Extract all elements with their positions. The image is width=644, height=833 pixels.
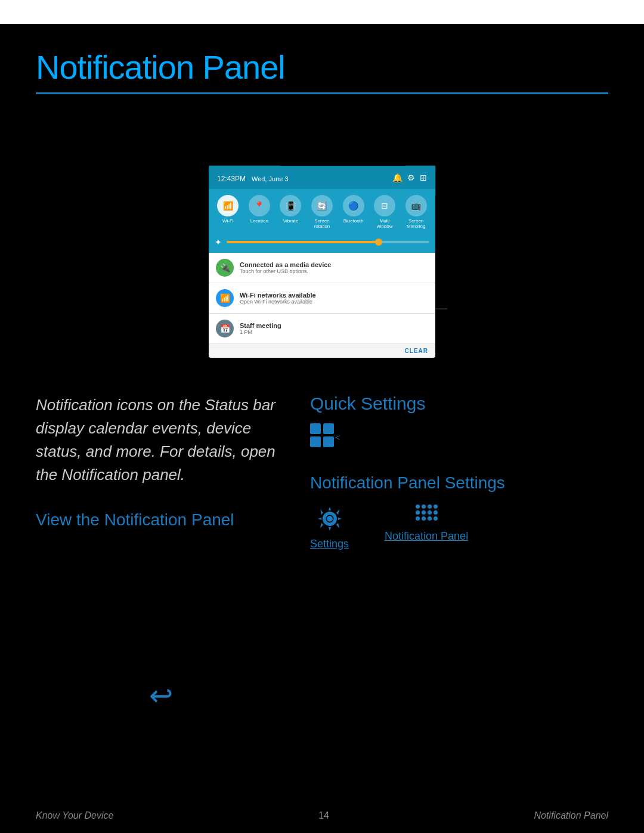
multi-window-icon-circle: ⊟ bbox=[374, 195, 395, 216]
usb-notif-text: Connected as a media device Touch for ot… bbox=[240, 261, 428, 274]
svg-point-15 bbox=[327, 516, 333, 522]
grid-icon: ⊞ bbox=[420, 173, 427, 182]
notif-item-calendar[interactable]: 📅 Staff meeting 1 PM bbox=[209, 314, 435, 344]
notif-item-usb[interactable]: 🔌 Connected as a media device Touch for … bbox=[209, 253, 435, 283]
view-steps-area bbox=[36, 541, 286, 661]
settings-gear-icon-large bbox=[315, 504, 344, 533]
usb-notif-icon: 🔌 bbox=[216, 259, 234, 277]
clear-row: CLEAR bbox=[209, 344, 435, 358]
main-content: Notification Panel bbox=[0, 24, 644, 760]
qs-multi-window[interactable]: ⊟ Multiwindow bbox=[374, 195, 395, 229]
status-bar: 12:43PM Wed, June 3 🔔 ⚙ ⊞ bbox=[209, 166, 435, 189]
phone-screen: 12:43PM Wed, June 3 🔔 ⚙ ⊞ 📶 Wi-Fi bbox=[209, 166, 435, 358]
page-footer: Know Your Device 14 Notification Panel bbox=[0, 810, 644, 821]
title-divider bbox=[36, 92, 608, 94]
phone-mockup-container: 12:43PM Wed, June 3 🔔 ⚙ ⊞ 📶 Wi-Fi bbox=[36, 118, 608, 358]
footer-page-number: 14 bbox=[318, 810, 329, 821]
status-date: Wed, June 3 bbox=[252, 175, 289, 182]
vibrate-icon-circle: 📳 bbox=[280, 195, 301, 216]
location-icon-circle: 📍 bbox=[249, 195, 270, 216]
mockup-outer: 12:43PM Wed, June 3 🔔 ⚙ ⊞ 📶 Wi-Fi bbox=[155, 118, 489, 358]
qs-screen-mirroring[interactable]: 📺 ScreenMirroring bbox=[405, 195, 427, 229]
notif-item-wifi[interactable]: 📶 Wi-Fi networks available Open Wi-Fi ne… bbox=[209, 283, 435, 314]
wifi-icon-circle: 📶 bbox=[217, 195, 239, 216]
qs-screen-rotation[interactable]: 🔄 Screenrotation bbox=[311, 195, 333, 229]
bluetooth-icon-circle: 🔵 bbox=[343, 195, 364, 216]
brightness-thumb bbox=[375, 239, 382, 246]
quick-settings-bar: 📶 Wi-Fi 📍 Location 📳 Vibrate 🔄 Screenrot… bbox=[209, 189, 435, 235]
wifi-notif-icon: 📶 bbox=[216, 289, 234, 307]
footer-right: Notification Panel bbox=[534, 810, 608, 821]
qs-location[interactable]: 📍 Location bbox=[249, 195, 270, 229]
quick-settings-icon-area: ◁ bbox=[310, 423, 608, 450]
calendar-notif-icon: 📅 bbox=[216, 320, 234, 337]
notification-panel-settings-heading: Notification Panel Settings bbox=[310, 473, 608, 493]
clear-button[interactable]: CLEAR bbox=[405, 348, 428, 354]
two-col-section: Notification icons on the Status bar dis… bbox=[36, 394, 608, 724]
back-arrow-icon: ↩ bbox=[149, 679, 173, 712]
qs-bluetooth[interactable]: 🔵 Bluetooth bbox=[343, 195, 364, 229]
settings-icon-block: Settings bbox=[310, 504, 349, 550]
panel-settings-icons-row: Settings bbox=[310, 504, 608, 550]
right-column: Quick Settings ◁ Notification Panel Sett… bbox=[310, 394, 608, 724]
svg-rect-11 bbox=[323, 436, 334, 447]
description-text: Notification icons on the Status bar dis… bbox=[36, 394, 286, 487]
quick-settings-heading: Quick Settings bbox=[310, 394, 608, 414]
screen-rotation-icon-circle: 🔄 bbox=[311, 195, 333, 216]
svg-text:◁: ◁ bbox=[335, 432, 340, 442]
top-bar bbox=[0, 0, 644, 24]
notification-bell-icon: 🔔 bbox=[392, 173, 402, 182]
settings-gear-icon: ⚙ bbox=[407, 173, 415, 182]
svg-rect-10 bbox=[310, 436, 321, 447]
brightness-icon: ✦ bbox=[215, 237, 222, 247]
calendar-notif-text: Staff meeting 1 PM bbox=[240, 322, 428, 335]
brightness-track[interactable] bbox=[227, 241, 429, 243]
qs-vibrate[interactable]: 📳 Vibrate bbox=[280, 195, 301, 229]
svg-rect-8 bbox=[310, 423, 321, 434]
page-title: Notification Panel bbox=[36, 48, 608, 86]
dots-grid-icon-block: Notification Panel bbox=[385, 504, 468, 543]
status-time: 12:43PM bbox=[217, 171, 246, 184]
notification-panel-link[interactable]: Notification Panel bbox=[385, 530, 468, 543]
svg-rect-9 bbox=[323, 423, 334, 434]
settings-link[interactable]: Settings bbox=[310, 538, 349, 550]
footer-left: Know Your Device bbox=[36, 810, 113, 821]
qs-wifi[interactable]: 📶 Wi-Fi bbox=[217, 195, 239, 229]
notification-list: 🔌 Connected as a media device Touch for … bbox=[209, 253, 435, 344]
back-arrow-container: ↩ bbox=[36, 667, 286, 724]
quick-settings-grid-icon: ◁ bbox=[310, 423, 340, 447]
wifi-notif-text: Wi-Fi networks available Open Wi-Fi netw… bbox=[240, 292, 428, 305]
view-notification-heading: View the Notification Panel bbox=[36, 510, 286, 529]
brightness-bar-row: ✦ bbox=[209, 235, 435, 253]
dots-grid-icon bbox=[416, 504, 438, 521]
screen-mirror-icon-circle: 📺 bbox=[405, 195, 427, 216]
left-column: Notification icons on the Status bar dis… bbox=[36, 394, 286, 724]
brightness-fill bbox=[227, 241, 379, 243]
status-icons: 🔔 ⚙ ⊞ bbox=[392, 173, 427, 182]
